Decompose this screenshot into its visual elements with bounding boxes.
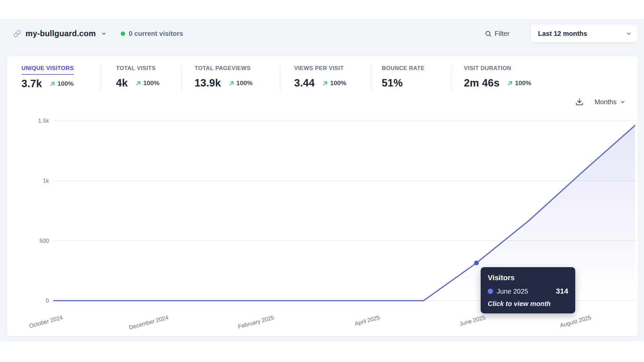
live-status-dot xyxy=(121,32,125,36)
filter-label: Filter xyxy=(495,30,509,38)
arrow-up-right-icon xyxy=(49,81,56,87)
stat-label: VIEWS PER VISIT xyxy=(294,65,344,74)
stat-divider xyxy=(451,65,451,91)
stat-total-visits[interactable]: TOTAL VISITS 4k 100% xyxy=(116,65,160,89)
stat-visit-duration[interactable]: VISIT DURATION 2m 46s 100% xyxy=(464,65,531,89)
current-visitors[interactable]: 0 current visitors xyxy=(121,30,183,38)
stat-total-pageviews[interactable]: TOTAL PAGEVIEWS 13.9k 100% xyxy=(195,65,253,89)
date-range-select[interactable]: Last 12 months xyxy=(531,24,638,43)
link-icon xyxy=(13,30,21,38)
tooltip-title: Visitors xyxy=(488,274,568,282)
stat-views-per-visit[interactable]: VIEWS PER VISIT 3.44 100% xyxy=(294,65,346,89)
chart-controls: Months xyxy=(575,98,626,106)
stat-delta: 100% xyxy=(228,79,253,87)
stat-value: 4k xyxy=(116,77,128,89)
stat-label: TOTAL VISITS xyxy=(116,65,156,74)
stat-value: 3.44 xyxy=(294,77,315,89)
tooltip-series-label: June 2025 xyxy=(497,288,528,295)
arrow-up-right-icon xyxy=(322,80,328,86)
arrow-up-right-icon xyxy=(507,80,513,86)
stat-unique-visitors[interactable]: UNIQUE VISITORS 3.7k 100% xyxy=(21,65,74,90)
date-range-value: Last 12 months xyxy=(538,30,587,38)
download-button[interactable] xyxy=(575,98,584,106)
chevron-down-icon xyxy=(101,31,107,37)
stat-delta: 100% xyxy=(135,79,160,87)
stat-label: VISIT DURATION xyxy=(464,65,511,74)
series-dot-icon xyxy=(488,289,493,294)
stat-label: TOTAL PAGEVIEWS xyxy=(195,65,251,74)
interval-label: Months xyxy=(594,98,616,106)
current-visitors-label: 0 current visitors xyxy=(129,30,183,38)
stat-value: 51% xyxy=(382,77,403,89)
tooltip-footer: Click to view month xyxy=(488,300,568,308)
stat-divider xyxy=(101,65,101,91)
dashboard-header: my-bullguard.com 0 current visitors Filt… xyxy=(13,25,638,42)
arrow-up-right-icon xyxy=(135,80,142,86)
tooltip-series-row: June 2025 314 xyxy=(488,287,568,296)
interval-select[interactable]: Months xyxy=(594,98,626,106)
stat-delta: 100% xyxy=(49,80,74,87)
site-name: my-bullguard.com xyxy=(25,29,96,38)
chart-tooltip[interactable]: Visitors June 2025 314 Click to view mon… xyxy=(481,267,575,313)
arrow-up-right-icon xyxy=(228,80,235,86)
stat-divider xyxy=(181,65,181,91)
site-switcher[interactable]: my-bullguard.com xyxy=(13,29,107,38)
stat-label: BOUNCE RATE xyxy=(382,65,425,74)
stat-value: 2m 46s xyxy=(464,77,499,89)
tooltip-value: 314 xyxy=(556,287,568,296)
stat-divider xyxy=(280,65,280,91)
stat-bounce-rate[interactable]: BOUNCE RATE 51% xyxy=(382,65,425,89)
stat-divider xyxy=(371,65,371,91)
filter-button[interactable]: Filter xyxy=(485,30,509,38)
download-icon xyxy=(575,98,584,106)
chevron-down-icon xyxy=(626,31,632,37)
stat-delta: 100% xyxy=(322,79,346,87)
chevron-down-icon xyxy=(620,99,626,105)
stat-label: UNIQUE VISITORS xyxy=(21,65,74,75)
search-icon xyxy=(485,30,492,37)
stat-value: 13.9k xyxy=(195,77,221,89)
stat-delta: 100% xyxy=(507,79,531,87)
stat-value: 3.7k xyxy=(21,78,42,90)
